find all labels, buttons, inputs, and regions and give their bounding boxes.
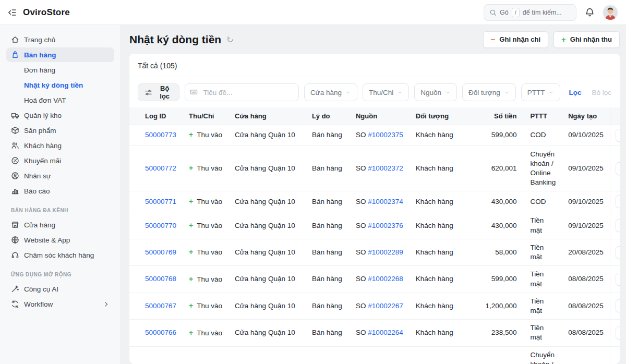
sidebar-item-ban-hang[interactable]: Bán hàng xyxy=(6,47,114,62)
log-id-cell: 50000768 xyxy=(129,266,183,293)
source-ref-link[interactable]: #10002374 xyxy=(368,198,403,205)
box-icon xyxy=(11,126,19,135)
plus-icon: + xyxy=(189,248,193,256)
filter-button[interactable]: Bộ lọc xyxy=(138,83,179,101)
sidebar-item-label: Bán hàng xyxy=(24,51,56,59)
truck-icon xyxy=(11,111,19,119)
amount-cell: 58,000 xyxy=(465,239,524,265)
sidebar-subitem-hoa-don-vat[interactable]: Hoá đơn VAT xyxy=(6,93,114,107)
edit-button[interactable]: Sửa xyxy=(616,195,620,208)
sidebar-collapse-icon[interactable] xyxy=(7,8,17,17)
actions-cell: Sửa xyxy=(610,145,620,191)
sidebar-item-label: Chăm sóc khách hàng xyxy=(24,251,94,259)
headset-icon xyxy=(11,251,19,259)
log-id-link[interactable]: 50000772 xyxy=(145,164,176,172)
record-income-button[interactable]: + Ghi nhận thu xyxy=(553,31,620,48)
filter-dropdown-2[interactable]: Nguồn xyxy=(414,83,457,101)
apply-filter-link[interactable]: Lọc xyxy=(569,89,581,96)
search-icon xyxy=(489,9,497,16)
sidebar-item-trang-chu[interactable]: Trang chủ xyxy=(6,32,114,47)
edit-button[interactable]: Sửa xyxy=(616,299,620,312)
sidebar-item-bao-cao[interactable]: Báo cáo xyxy=(6,184,114,198)
log-id-cell: 50000766 xyxy=(129,320,183,346)
record-expense-button[interactable]: − Ghi nhận chi xyxy=(483,31,549,48)
home-icon xyxy=(11,35,19,44)
log-id-link[interactable]: 50000770 xyxy=(145,222,176,229)
wand-icon xyxy=(11,285,19,293)
edit-button[interactable]: Sửa xyxy=(616,162,620,175)
notifications-bell-icon[interactable] xyxy=(585,7,595,17)
log-id-cell: 50000769 xyxy=(129,239,183,265)
sidebar-item-quan-ly-kho[interactable]: Quản lý kho xyxy=(6,108,114,123)
plus-icon: + xyxy=(189,197,193,205)
sidebar-item-san-pham[interactable]: Sản phẩm xyxy=(6,123,114,138)
direction-cell: +Thu vào xyxy=(183,346,228,364)
sidebar-item-label: Cửa hàng xyxy=(24,221,55,229)
filter-dropdown-1[interactable]: Thu/Chi xyxy=(363,83,409,101)
sidebar-item-label: Báo cáo xyxy=(24,187,50,195)
global-search-input[interactable]: Gõ / để tìm kiếm... xyxy=(484,4,576,21)
sidebar-item-website-app[interactable]: Website & App xyxy=(6,233,114,247)
tabbar: Tất cả (105) xyxy=(129,54,620,77)
sidebar-subitem-don-hang[interactable]: Đơn hàng xyxy=(6,63,114,77)
actions-cell: Sửa xyxy=(610,212,620,239)
filter-dropdown-label: Đối tượng xyxy=(468,89,500,96)
sidebar-item-cham-soc-khach-hang[interactable]: Chăm sóc khách hàng xyxy=(6,248,114,262)
sidebar-item-cong-cu-ai[interactable]: Công cụ AI xyxy=(6,282,114,296)
log-id-link[interactable]: 50000773 xyxy=(145,131,176,139)
clear-filter-link[interactable]: Bỏ lọc xyxy=(592,89,611,96)
source-ref-link[interactable]: #10002267 xyxy=(368,302,403,310)
sidebar-item-khach-hang[interactable]: Khách hàng xyxy=(6,138,114,153)
source-ref-link[interactable]: #10002372 xyxy=(368,164,403,172)
sliders-icon xyxy=(145,89,152,96)
chevron-down-icon xyxy=(397,90,403,95)
table-row: 50000766+Thu vàoCửa hàng Quận 10Bán hàng… xyxy=(129,320,620,346)
source-cell: SO #10002264 xyxy=(350,320,410,346)
log-id-link[interactable]: 50000766 xyxy=(145,329,176,336)
sidebar-item-khuyen-mai[interactable]: Khuyến mãi xyxy=(6,153,114,168)
log-id-link[interactable]: 50000768 xyxy=(145,275,176,283)
search-placeholder-suffix: để tìm kiếm... xyxy=(523,9,562,16)
subject-cell: Khách hàng xyxy=(410,125,465,145)
table-row: 50000769+Thu vàoCửa hàng Quận 10Bán hàng… xyxy=(129,239,620,265)
edit-button[interactable]: Sửa xyxy=(616,129,620,142)
source-ref-link[interactable]: #10002264 xyxy=(368,329,403,336)
edit-button[interactable]: Sửa xyxy=(616,326,620,339)
sidebar-item-workflow[interactable]: ABWorkflow xyxy=(6,297,114,311)
sidebar-item-cua-hang[interactable]: Cửa hàng xyxy=(6,217,114,232)
edit-button[interactable]: Sửa xyxy=(616,219,620,232)
source-ref-link[interactable]: #10002268 xyxy=(368,275,403,283)
search-slash-key: / xyxy=(512,8,520,17)
amount-cell: 1,200,000 xyxy=(465,293,524,319)
brand-logo[interactable]: OviroStore xyxy=(23,7,70,18)
tab-all[interactable]: Tất cả (105) xyxy=(138,62,177,70)
direction-cell: +Thu vào xyxy=(183,266,228,293)
topbar: OviroStore Gõ / để tìm kiếm... xyxy=(0,0,626,25)
direction-cell: +Thu vào xyxy=(183,191,228,212)
page-title: Nhật ký dòng tiền xyxy=(129,33,221,46)
edit-button[interactable]: Sửa xyxy=(616,246,620,259)
source-ref-link[interactable]: #10002289 xyxy=(368,248,403,256)
amount-cell: 238,500 xyxy=(465,320,524,346)
sidebar: Trang chủBán hàngĐơn hàngNhật ký dòng ti… xyxy=(0,25,121,364)
source-cell: SO #10002289 xyxy=(350,239,410,265)
filter-dropdown-0[interactable]: Cửa hàng xyxy=(304,83,357,101)
sidebar-item-nhan-su[interactable]: Nhân sự xyxy=(6,168,114,183)
search-placeholder-prefix: Gõ xyxy=(500,9,509,16)
sidebar-item-label: Trang chủ xyxy=(24,36,55,44)
user-avatar[interactable] xyxy=(603,5,618,20)
source-ref-link[interactable]: #10002375 xyxy=(368,131,403,139)
title-filter-input[interactable] xyxy=(185,83,298,101)
edit-button[interactable]: Sửa xyxy=(616,273,620,286)
filter-dropdown-3[interactable]: Đối tượng xyxy=(462,83,516,101)
log-id-link[interactable]: 50000771 xyxy=(145,198,176,205)
sidebar-subitem-nhat-ky-dong-tien[interactable]: Nhật ký dòng tiền xyxy=(6,78,114,92)
plus-icon: + xyxy=(189,275,193,283)
source-ref-link[interactable]: #10002376 xyxy=(368,222,403,229)
source-cell: SO #10002375 xyxy=(350,125,410,145)
filter-dropdown-4[interactable]: PTTT xyxy=(521,83,561,101)
log-id-link[interactable]: 50000769 xyxy=(145,248,176,256)
refresh-icon[interactable] xyxy=(226,35,234,43)
log-id-link[interactable]: 50000767 xyxy=(145,302,176,310)
sidebar-item-label: Website & App xyxy=(24,236,70,244)
